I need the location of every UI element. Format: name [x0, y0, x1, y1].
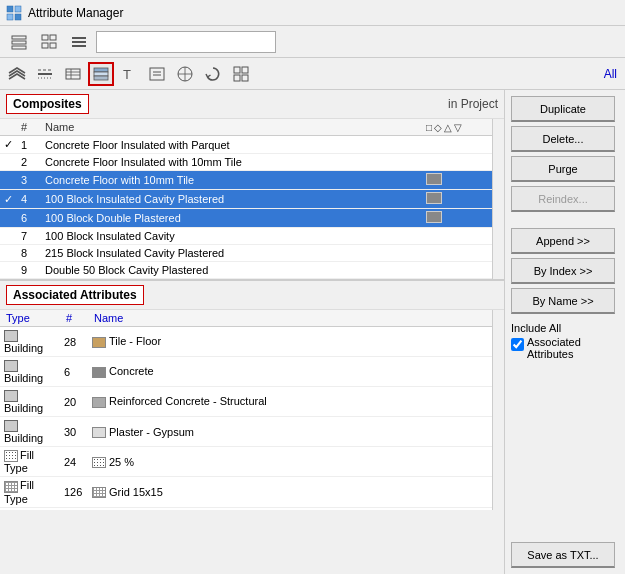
assoc-attrs-checkbox[interactable] — [511, 338, 524, 351]
list-item[interactable]: Building20Reinforced Concrete - Structur… — [0, 387, 492, 417]
svg-rect-22 — [94, 72, 108, 76]
row-icons — [422, 136, 492, 154]
svg-rect-17 — [66, 69, 80, 79]
col-check — [0, 119, 17, 136]
type-icon — [4, 450, 18, 462]
by-name-button[interactable]: By Name >> — [511, 288, 615, 314]
svg-rect-7 — [42, 35, 48, 40]
fills-btn[interactable] — [60, 62, 86, 86]
type-icon — [4, 481, 18, 493]
delete-button[interactable]: Delete... — [511, 126, 615, 152]
view-btn-1[interactable] — [6, 30, 32, 54]
check-mark: ✓ — [0, 190, 17, 209]
table-row[interactable]: ✓4100 Block Insulated Cavity Plastered — [0, 190, 492, 209]
table-row[interactable]: 3Concrete Floor with 10mm Tile — [0, 171, 492, 190]
row-icons — [422, 209, 492, 228]
assoc-num: 126 — [60, 477, 88, 507]
include-all-section: Include All AssociatedAttributes — [511, 318, 619, 364]
svg-rect-21 — [94, 68, 108, 72]
table-row[interactable]: 6100 Block Double Plastered — [0, 209, 492, 228]
assoc-type: Building — [0, 357, 60, 387]
profiles-btn[interactable]: T — [116, 62, 142, 86]
save-as-txt-button[interactable]: Save as TXT... — [511, 542, 615, 568]
assoc-table-container[interactable]: Type # Name Building28Tile - FloorBuildi… — [0, 310, 492, 510]
properties-btn[interactable] — [228, 62, 254, 86]
composites-table-container[interactable]: # Name □◇△▽ ✓1Concrete Floor Insulated w… — [0, 119, 492, 279]
search-input[interactable] — [96, 31, 276, 53]
assoc-num: 28 — [60, 327, 88, 357]
by-index-button[interactable]: By Index >> — [511, 258, 615, 284]
table-row[interactable]: ✓1Concrete Floor Insulated with Parquet — [0, 136, 492, 154]
assoc-table-wrapper: Type # Name Building28Tile - FloorBuildi… — [0, 310, 504, 510]
assoc-num: 30 — [60, 417, 88, 447]
assoc-name: Plaster - Gypsum — [88, 417, 492, 447]
duplicate-button[interactable]: Duplicate — [511, 96, 615, 122]
markup-btn[interactable] — [144, 62, 170, 86]
left-panel: Composites in Project # Name □◇△▽ — [0, 90, 505, 574]
svg-rect-4 — [12, 36, 26, 39]
col-type: Type — [0, 310, 60, 327]
all-button[interactable]: All — [600, 67, 621, 81]
assoc-header: Associated Attributes — [0, 281, 504, 310]
svg-rect-25 — [150, 68, 164, 80]
list-item[interactable]: Building6Concrete — [0, 357, 492, 387]
purge-button[interactable]: Purge — [511, 156, 615, 182]
color-swatch — [92, 487, 106, 498]
row-icons — [422, 228, 492, 245]
list-item[interactable]: Fill Type2425 % — [0, 447, 492, 477]
svg-rect-0 — [7, 6, 13, 12]
row-num: 3 — [17, 171, 41, 190]
assoc-scrollbar[interactable] — [492, 310, 504, 510]
main-content: Composites in Project # Name □◇△▽ — [0, 90, 625, 574]
row-icons — [422, 190, 492, 209]
color-swatch — [92, 427, 106, 438]
composites-col-header: # Name □◇△▽ — [0, 119, 492, 136]
reindex-button[interactable]: Reindex... — [511, 186, 615, 212]
list-item[interactable]: Fill Type126Grid 15x15 — [0, 477, 492, 507]
row-name: Double 50 Block Cavity Plastered — [41, 262, 422, 279]
svg-rect-9 — [42, 43, 48, 48]
check-mark: ✓ — [0, 136, 17, 154]
assoc-type: Building — [0, 387, 60, 417]
table-row[interactable]: 8215 Block Insulated Cavity Plastered — [0, 245, 492, 262]
row-icon-swatch — [426, 192, 442, 204]
list-item[interactable]: Building28Tile - Floor — [0, 327, 492, 357]
col-num: # — [60, 310, 88, 327]
include-all-label: Include All — [511, 322, 561, 334]
composites-section-label: Composites — [6, 94, 89, 114]
linetypes-btn[interactable] — [32, 62, 58, 86]
col-name: Name — [88, 310, 492, 327]
svg-rect-8 — [50, 35, 56, 40]
svg-text:T: T — [123, 67, 131, 82]
composites-scrollbar[interactable] — [492, 119, 504, 279]
svg-rect-31 — [234, 67, 240, 73]
assoc-type: Fill Type — [0, 447, 60, 477]
zones-btn[interactable] — [172, 62, 198, 86]
table-row[interactable]: 2Concrete Floor Insulated with 10mm Tile — [0, 154, 492, 171]
refresh-btn[interactable] — [200, 62, 226, 86]
layers-btn[interactable] — [4, 62, 30, 86]
append-button[interactable]: Append >> — [511, 228, 615, 254]
row-name: 215 Block Insulated Cavity Plastered — [41, 245, 422, 262]
row-num: 8 — [17, 245, 41, 262]
assoc-name: 25 % — [88, 447, 492, 477]
assoc-attrs-checkbox-row: AssociatedAttributes — [511, 336, 581, 360]
table-row[interactable]: 7100 Block Insulated Cavity — [0, 228, 492, 245]
assoc-name: Concrete — [88, 357, 492, 387]
in-project-label: in Project — [448, 97, 498, 111]
type-icon — [4, 360, 18, 372]
list-item[interactable]: Fill Type7Lightweight Concrete — [0, 507, 492, 510]
row-num: 1 — [17, 136, 41, 154]
view-btn-3[interactable] — [66, 30, 92, 54]
assoc-table: Type # Name Building28Tile - FloorBuildi… — [0, 310, 492, 510]
type-label: Building — [4, 432, 43, 444]
list-item[interactable]: Building30Plaster - Gypsum — [0, 417, 492, 447]
table-row[interactable]: 9Double 50 Block Cavity Plastered — [0, 262, 492, 279]
associated-attributes-section: Associated Attributes Type # Name Bui — [0, 279, 504, 510]
assoc-name: Lightweight Concrete — [88, 507, 492, 510]
view-btn-2[interactable] — [36, 30, 62, 54]
composites-btn[interactable] — [88, 62, 114, 86]
color-swatch — [92, 337, 106, 348]
svg-rect-11 — [72, 37, 86, 39]
row-num: 6 — [17, 209, 41, 228]
